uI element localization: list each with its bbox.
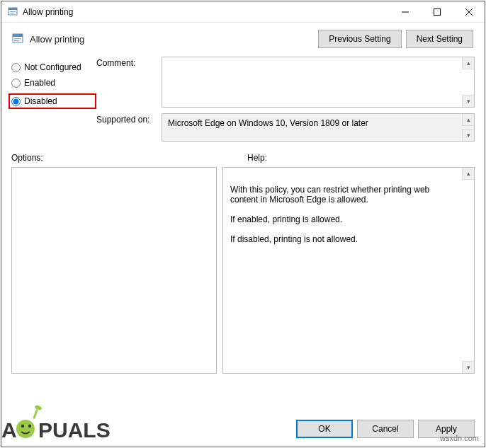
comment-field-row: Comment: ▴ ▾ [96,57,475,108]
fields-column: Comment: ▴ ▾ Supported on: Microsoft Edg… [96,57,475,147]
supported-on-box: Microsoft Edge on Windows 10, Version 18… [162,113,475,142]
help-text: With this policy, you can restrict wheth… [230,185,429,244]
close-button[interactable] [453,1,485,22]
svg-rect-11 [14,40,19,41]
radio-enabled[interactable]: Enabled [11,78,96,88]
svg-rect-3 [10,13,14,13]
comment-textarea[interactable]: ▴ ▾ [162,57,475,108]
cancel-button[interactable]: Cancel [357,420,414,438]
options-panel [11,167,217,374]
radio-enabled-input[interactable] [11,79,21,88]
upper-section: Not Configured Enabled Disabled Comment:… [1,48,485,150]
scroll-down-icon[interactable]: ▾ [462,361,474,373]
minimize-button[interactable] [389,1,421,22]
header-row: Allow printing Previous Setting Next Set… [1,23,485,48]
svg-rect-1 [9,8,17,10]
scroll-down-icon[interactable]: ▾ [462,129,474,141]
help-panel: With this policy, you can restrict wheth… [222,167,475,374]
radio-label: Disabled [24,96,57,106]
radio-not-configured[interactable]: Not Configured [11,62,96,72]
titlebar: Allow printing [1,1,485,23]
maximize-button[interactable] [421,1,453,22]
supported-label: Supported on: [96,113,162,142]
section-labels: Options: Help: [1,150,485,164]
help-label: Help: [243,153,475,163]
state-radio-group: Not Configured Enabled Disabled [11,57,96,147]
policy-icon [7,6,18,18]
options-label: Options: [11,153,243,163]
radio-label: Enabled [24,78,55,88]
radio-not-configured-input[interactable] [11,63,21,72]
scroll-up-icon[interactable]: ▴ [462,168,474,180]
svg-rect-9 [13,34,23,37]
policy-header-icon [11,33,26,45]
radio-label: Not Configured [24,62,81,72]
radio-disabled-input[interactable] [11,97,21,106]
radio-disabled[interactable]: Disabled [9,93,96,109]
scroll-up-icon[interactable]: ▴ [462,57,474,69]
ok-button[interactable]: OK [296,420,353,438]
supported-field-row: Supported on: Microsoft Edge on Windows … [96,113,475,142]
previous-setting-button[interactable]: Previous Setting [318,30,401,48]
dialog-window: Allow printing Allow printing Previous [1,1,485,447]
footer-buttons: OK Cancel Apply [1,413,485,447]
panels-row: With this policy, you can restrict wheth… [1,164,485,413]
window-controls [389,1,485,22]
apply-button[interactable]: Apply [418,420,475,438]
window-title: Allow printing [23,7,389,17]
scroll-up-icon[interactable]: ▴ [462,114,474,126]
comment-label: Comment: [96,57,162,108]
scroll-down-icon[interactable]: ▾ [462,95,474,107]
svg-rect-10 [14,38,21,39]
supported-on-value: Microsoft Edge on Windows 10, Version 18… [168,118,368,128]
page-title: Allow printing [30,34,84,45]
svg-rect-2 [10,11,16,12]
setting-nav: Previous Setting Next Setting [318,30,475,48]
next-setting-button[interactable]: Next Setting [406,30,473,48]
svg-rect-5 [434,8,440,15]
